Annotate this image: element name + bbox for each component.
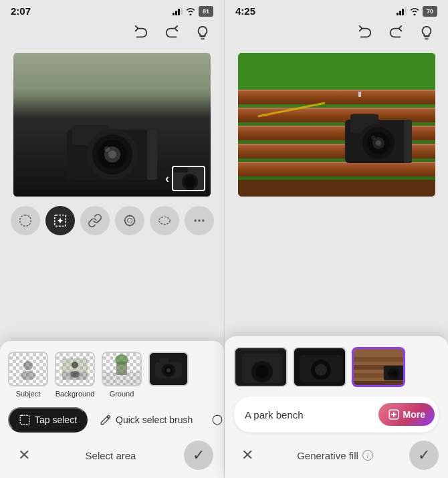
bottom-controls-left: ✕ Select area ✓ [8,441,216,470]
svg-point-32 [72,362,78,368]
subject-thumb-camera [148,352,189,386]
svg-point-25 [198,219,200,221]
confirm-button-right[interactable]: ✓ [409,441,439,470]
subject-label-background: Background [55,390,95,398]
redo-button-left[interactable] [162,23,181,42]
time-left: 2:07 [11,5,31,17]
lasso-tool-button[interactable] [11,206,40,235]
quick-select-brush-button[interactable]: Quick select brush [93,408,199,431]
status-icons-left: 81 [173,6,213,17]
signal-icon-left [173,7,183,15]
more-button[interactable]: More [378,403,435,426]
battery-right: 70 [423,6,437,17]
magic-select-button[interactable] [45,206,75,235]
thumbnail-strip-left: ‹ [165,166,205,191]
svg-point-71 [255,365,269,378]
action-row: Tap select Quick select brush Lasso [8,407,216,433]
subject-label-subject: Subject [16,390,41,398]
tools-row-left [11,206,214,235]
svg-point-8 [108,150,116,158]
svg-rect-11 [13,53,211,93]
undo-button-left[interactable] [132,23,150,42]
svg-rect-10 [147,130,157,180]
svg-point-23 [158,217,170,225]
battery-left: 81 [199,6,213,17]
time-right: 4:25 [235,5,255,17]
photo-right [238,53,435,197]
gen-fill-input[interactable] [245,409,378,421]
svg-point-18 [127,218,132,223]
toolbar-left [0,19,224,46]
status-bar-right: 4:25 70 [225,0,448,19]
panel-right: 4:25 70 [224,0,448,478]
svg-point-17 [124,216,134,226]
subject-row: Subject Background [8,352,216,398]
svg-point-24 [194,219,196,221]
svg-point-33 [70,371,80,378]
bottom-sheet-left: Subject Background [0,341,224,478]
subject-item-background[interactable]: Background [55,352,95,398]
cancel-button-left[interactable]: ✕ [11,442,37,469]
svg-point-14 [185,176,195,187]
link-tool-button[interactable] [80,206,110,235]
select-area-label: Select area [86,450,136,461]
ellipse-select-button[interactable] [150,206,179,235]
svg-rect-43 [20,415,29,425]
gen-thumb-row [234,347,439,387]
svg-point-75 [315,364,327,376]
svg-rect-15 [173,167,188,172]
wifi-icon-left [185,7,196,15]
subject-thumb-background [55,352,95,386]
wifi-icon-right [409,7,420,15]
status-bar-left: 2:07 81 [0,0,224,19]
signal-icon-right [397,7,407,15]
gen-fill-label: Generative fill i [297,450,373,461]
gen-input-row: More [234,396,439,433]
tap-select-button[interactable]: Tap select [8,407,88,433]
subject-thumb-ground [102,352,142,386]
svg-rect-80 [354,381,405,386]
thumb-preview-left[interactable] [172,166,205,191]
gen-thumb-1[interactable] [234,347,288,387]
thumb-arrow-left[interactable]: ‹ [165,172,169,186]
gen-bottom-controls: ✕ Generative fill i ✓ [234,441,439,470]
status-icons-right: 70 [397,6,437,17]
svg-rect-51 [238,180,435,197]
svg-point-41 [166,368,171,372]
svg-point-9 [104,146,110,152]
subject-thumb-subject [8,352,48,386]
svg-point-64 [376,140,381,146]
subject-item-subject[interactable]: Subject [8,352,48,398]
svg-point-83 [390,370,397,377]
svg-rect-77 [354,357,405,362]
svg-point-27 [23,361,33,370]
redo-button-right[interactable] [386,23,405,42]
gen-thumb-2[interactable] [293,347,346,387]
toolbar-right [225,19,448,46]
gen-fill-bottom-sheet: More ✕ Generative fill i ✓ [225,336,448,478]
undo-button-right[interactable] [356,23,374,42]
more-tools-button[interactable] [185,206,214,235]
cancel-button-right[interactable]: ✕ [234,442,261,469]
bench-photo [238,53,435,197]
svg-point-26 [202,219,204,221]
svg-point-65 [371,136,375,140]
subject-label-ground: Ground [110,390,134,398]
svg-rect-67 [358,92,361,97]
photo-left: ‹ [13,53,211,197]
panel-left: 2:07 81 [0,0,224,478]
subject-item-ground[interactable]: Ground [102,352,142,398]
svg-rect-46 [238,90,435,104]
bulb-button-right[interactable] [417,23,436,42]
svg-point-28 [21,371,35,380]
svg-rect-66 [404,120,412,163]
confirm-button-left[interactable]: ✓ [184,441,213,470]
bulb-button-left[interactable] [193,23,212,42]
brush-circle-button[interactable] [115,206,144,235]
gen-thumb-3[interactable] [352,347,405,387]
svg-point-36 [115,354,128,365]
info-icon[interactable]: i [362,450,373,461]
svg-rect-50 [238,162,435,176]
svg-rect-42 [159,358,169,364]
subject-item-camera[interactable] [148,352,189,398]
